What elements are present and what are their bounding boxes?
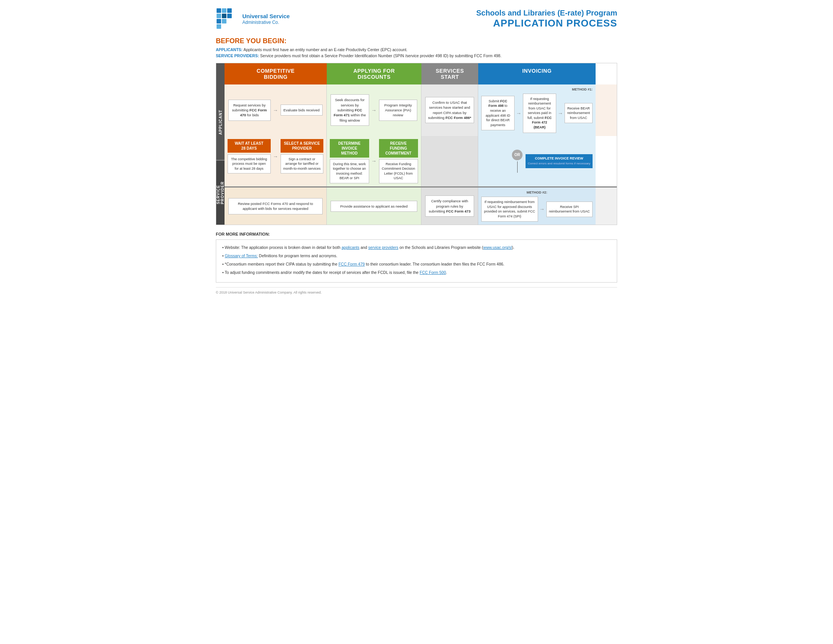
pia-review-box: Program Integrity Assurance (PIA) review (379, 100, 418, 121)
arrow-5: → (273, 153, 278, 159)
svg-rect-7 (227, 14, 232, 18)
receive-spi-box: Receive SPI reimbursement from USAC (547, 201, 593, 217)
applicant-bidding-cell: Request services by submitting FCC Form … (225, 84, 327, 136)
content-rows: APPLICANT SERVICEPROVIDER Request servic… (216, 84, 617, 225)
provider-bidding-text: Review posted FCC Forms 470 and respond … (238, 201, 313, 211)
provider-discounts-cell: Provide assistance to applicant as neede… (327, 188, 421, 225)
wait-28-body: The competitive bidding process must be … (228, 154, 271, 174)
evaluate-bids-box: Evaluate bids received (281, 105, 323, 116)
middle-steps-row: WAIT AT LEAST28 DAYS The competitive bid… (225, 136, 617, 187)
form-474-text: If requesting reimbursement from USAC fo… (484, 200, 535, 218)
complete-review-title: COMPLETE INVOICE REVIEW (528, 156, 590, 161)
applicant-label-text: APPLICANT (219, 109, 223, 134)
providers-label: SERVICE PROVIDERS: (216, 53, 259, 58)
middle-services-cell (421, 136, 478, 187)
receive-bear-box: Receive BEAR reimbursement from USAC (564, 103, 593, 124)
provider-invoicing-cell: METHOD #2: If requesting reimbursement f… (478, 188, 596, 225)
form-498-text: Submit FCC Form 498 to receive an applic… (486, 99, 510, 127)
row-labels-column: APPLICANT SERVICEPROVIDER (216, 84, 225, 225)
form-474-box: If requesting reimbursement from USAC fo… (481, 196, 538, 222)
info-section: FOR MORE INFORMATION: Website: The appli… (216, 232, 617, 282)
logo-area: Universal Service Administrative Co. (216, 8, 289, 30)
svg-rect-8 (217, 24, 221, 29)
wait-28-header: WAIT AT LEAST28 DAYS (228, 139, 271, 153)
svg-rect-6 (222, 19, 227, 24)
arrow-4: → (558, 110, 563, 116)
bear-text: If requesting reimbursement from USAC fo… (527, 97, 552, 130)
arrow-3: → (516, 110, 521, 116)
form-479-link[interactable]: FCC Form 479 (338, 262, 365, 266)
provider-assistance-text: Provide assistance to applicant as neede… (340, 204, 408, 208)
select-provider-block: SELECT A SERVICEPROVIDER Sign a contract… (281, 139, 324, 174)
pia-review-text: Program Integrity Assurance (PIA) review (384, 103, 412, 118)
svg-rect-1 (222, 8, 227, 13)
column-headers-row: COMPETITIVEBIDDING APPLYING FORDISCOUNTS… (216, 63, 617, 84)
provider-services-cell: Certify compliance with program rules by… (421, 188, 478, 225)
applicant-discounts-cell: Seek discounts for services by submittin… (327, 84, 421, 136)
middle-invoicing-cell: OR COMPLETE INVOICE REVIEW Correct error… (478, 136, 596, 187)
copyright: © 2018 Universal Service Administrative … (216, 287, 617, 295)
arrow-6: → (371, 158, 377, 164)
determine-invoice-body: During this time, work together to choos… (330, 159, 369, 184)
before-begin-applicants: APPLICANTS: Applicants must first have a… (216, 47, 617, 53)
usac-link[interactable]: www.usac.org/sl (483, 245, 512, 250)
col-invoicing-label: INVOICING (522, 68, 552, 74)
method2-label: METHOD #2: (481, 190, 593, 194)
provider-bidding-box: Review posted FCC Forms 470 and respond … (228, 198, 323, 214)
form-473-box: Certify compliance with program rules by… (425, 195, 474, 217)
col-discounts-label: APPLYING FORDISCOUNTS (353, 68, 395, 80)
middle-discounts-cell: DETERMINE INVOICEMETHOD During this time… (327, 136, 421, 187)
info-item-3: *Consortium members report their CIPA st… (222, 261, 611, 268)
usac-logo-icon (216, 8, 238, 30)
evaluate-bids-text: Evaluate bids received (283, 108, 320, 112)
provider-label-text: SERVICEPROVIDER (216, 182, 225, 204)
provider-invoicing-row: If requesting reimbursement from USAC fo… (481, 196, 593, 222)
applicants-link[interactable]: applicants (341, 245, 359, 250)
main-flowchart: COMPETITIVEBIDDING APPLYING FORDISCOUNTS… (216, 63, 617, 225)
logo-text: Universal Service Administrative Co. (242, 13, 289, 25)
applicants-text: Applicants must first have an entity num… (243, 47, 407, 52)
middle-bidding-cell: WAIT AT LEAST28 DAYS The competitive bid… (225, 136, 327, 187)
arrow-2: → (371, 107, 377, 113)
bear-box: If requesting reimbursement from USAC fo… (523, 93, 556, 133)
info-box: Website: The application process is brok… (216, 240, 617, 282)
info-list: Website: The application process is brok… (222, 244, 611, 276)
svg-rect-4 (222, 14, 227, 18)
title-area: Schools and Libraries (E-rate) Program A… (476, 9, 617, 29)
service-providers-link[interactable]: service providers (368, 245, 398, 250)
method1-label: METHOD #1: (481, 87, 593, 91)
arrow-1: → (273, 107, 278, 113)
info-item-4: To adjust funding commitments and/or mod… (222, 269, 611, 276)
provider-row-label: SERVICEPROVIDER (216, 161, 225, 225)
or-text: OR (515, 153, 520, 157)
col-header-bidding: COMPETITIVEBIDDING (225, 63, 327, 84)
provider-bidding-cell: Review posted FCC Forms 470 and respond … (225, 188, 327, 225)
applicants-label: APPLICANTS: (216, 47, 243, 52)
col-header-discounts: APPLYING FORDISCOUNTS (327, 63, 421, 84)
form-486-text: Confirm to USAC that services have start… (428, 100, 471, 120)
before-begin-providers: SERVICE PROVIDERS: Service providers mus… (216, 53, 617, 59)
form-470-box: Request services by submitting FCC Form … (228, 100, 271, 121)
arrow-7: → (540, 206, 545, 212)
receive-spi-text: Receive SPI reimbursement from USAC (549, 205, 590, 214)
applicant-invoicing-cell: METHOD #1: Submit FCC Form 498 to receiv… (478, 84, 596, 136)
copyright-text: © 2018 Universal Service Administrative … (216, 291, 322, 295)
info-item-2: Glossary of Terms: Definitions for progr… (222, 253, 611, 259)
col-header-invoicing: INVOICING (478, 63, 596, 84)
middle-bidding-inner: WAIT AT LEAST28 DAYS The competitive bid… (228, 139, 323, 174)
wait-28-block: WAIT AT LEAST28 DAYS The competitive bid… (228, 139, 271, 174)
receive-funding-block: RECEIVE FUNDINGCOMMITMENT Receive Fundin… (379, 139, 418, 184)
middle-discounts-inner: DETERMINE INVOICEMETHOD During this time… (330, 139, 418, 184)
receive-bear-text: Receive BEAR reimbursement from USAC (567, 106, 590, 120)
form-500-link[interactable]: FCC Form 500 (420, 270, 445, 275)
determine-invoice-block: DETERMINE INVOICEMETHOD During this time… (330, 139, 369, 184)
col-header-services: SERVICESSTART (421, 63, 478, 84)
col-services-label: SERVICESSTART (436, 68, 464, 80)
svg-rect-5 (217, 19, 221, 24)
glossary-link[interactable]: Glossary of Terms: (225, 253, 258, 258)
form-486-box: Confirm to USAC that services have start… (425, 97, 474, 123)
info-title: FOR MORE INFORMATION: (216, 232, 617, 237)
svg-rect-0 (217, 8, 221, 13)
form-470-text: Request services by submitting FCC Form … (232, 103, 267, 118)
page-header: Universal Service Administrative Co. Sch… (216, 8, 617, 30)
